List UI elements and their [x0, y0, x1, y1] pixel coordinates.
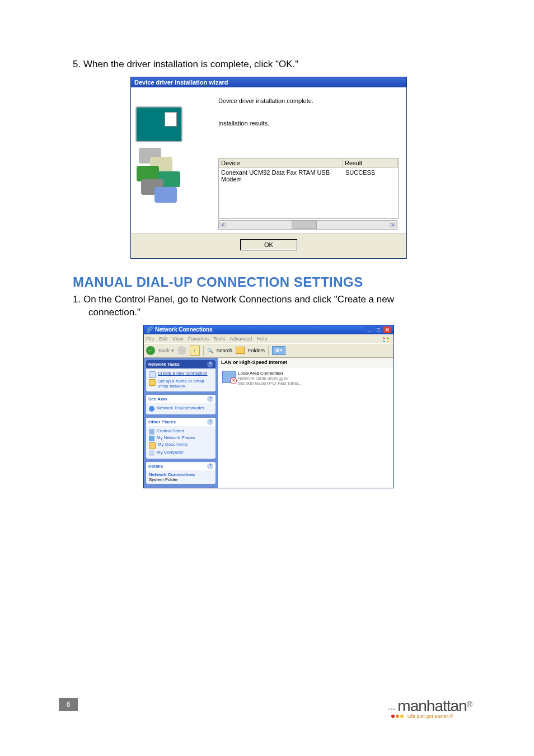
new-connection-icon: [149, 371, 156, 378]
step-1: 1. On the Control Panel, go to Network C…: [73, 293, 465, 319]
folders-icon[interactable]: [236, 347, 245, 354]
scroll-left-icon[interactable]: <: [219, 222, 227, 228]
collapse-icon[interactable]: ˄: [207, 361, 213, 367]
search-label[interactable]: Search: [217, 348, 233, 353]
wizard-results-table: Device Result Conexant UCM92 Data Fax RT…: [218, 158, 399, 219]
computer-icon: [149, 450, 154, 456]
minimize-button[interactable]: _: [366, 326, 373, 333]
lac-title: Local Area Connection: [238, 371, 302, 376]
documents-icon: [149, 442, 156, 449]
close-button[interactable]: ✕: [383, 326, 391, 333]
menu-view[interactable]: View: [172, 336, 183, 342]
wizard-message-results: Installation results.: [218, 120, 397, 127]
see-also-panel: See Also ˄ Network Troubleshooter: [146, 395, 216, 414]
step-1-text-b: connection.": [88, 306, 465, 319]
details-header: Details: [148, 464, 163, 469]
step-5-text: When the driver installation is complete…: [83, 59, 298, 69]
menu-file[interactable]: File: [146, 336, 154, 342]
brand-logo: ••• manhattan® Life just got easier.®: [388, 697, 472, 718]
menu-edit[interactable]: Edit: [159, 336, 168, 342]
ok-button[interactable]: OK: [240, 239, 297, 250]
content-header: LAN or High-Speed Internet: [218, 358, 394, 367]
column-header-device: Device: [219, 158, 343, 167]
folders-label[interactable]: Folders: [248, 348, 265, 353]
lac-status: Network cable unplugged: [238, 376, 302, 381]
details-subtitle: System Folder: [149, 477, 213, 482]
brand-name: manhattan: [397, 697, 466, 715]
wizard-message-complete: Device driver installation complete.: [218, 97, 397, 104]
network-troubleshooter-link[interactable]: Network Troubleshooter: [149, 406, 213, 412]
control-panel-link[interactable]: Control Panel: [149, 429, 213, 435]
other-places-panel: Other Places ˄ Control Panel My Network …: [146, 418, 216, 459]
forward-button[interactable]: →: [177, 346, 186, 355]
create-new-connection-link[interactable]: Create a new connection: [149, 371, 213, 378]
driver-wizard-window: Device driver installation wizard Device…: [130, 77, 407, 259]
collapse-icon[interactable]: ˄: [207, 463, 213, 469]
menu-advanced[interactable]: Advanced: [229, 336, 252, 342]
wizard-sidebar-graphic: [131, 87, 215, 233]
maximize-button[interactable]: □: [374, 326, 382, 333]
monitor-icon: [135, 106, 182, 142]
lac-adapter: SiS 900-Based PCI Fast Ether...: [238, 381, 302, 386]
control-panel-icon: [149, 429, 154, 435]
views-button[interactable]: ▦▾: [272, 346, 285, 355]
menu-help[interactable]: Help: [257, 336, 268, 342]
step-1-text-a: On the Control Panel, go to Network Conn…: [83, 294, 394, 305]
network-connections-window: 🔗 Network Connections _ □ ✕ File Edit Vi…: [143, 325, 394, 488]
brand-tagline: Life just got easier.®: [407, 713, 453, 719]
network-tasks-header: Network Tasks: [148, 362, 180, 367]
result-status: SUCCESS: [345, 169, 396, 183]
back-button-icon[interactable]: ←: [146, 346, 155, 355]
xp-titlebar: 🔗 Network Connections _ □ ✕: [144, 325, 394, 334]
step-1-number: 1.: [73, 294, 81, 305]
table-row: Conexant UCM92 Data Fax RTAM USB Modem S…: [219, 168, 398, 184]
my-network-places-link[interactable]: My Network Places: [149, 436, 213, 441]
my-computer-link[interactable]: My Computer: [149, 450, 213, 456]
hardware-stack-icon: [135, 144, 197, 206]
column-header-result: Result: [343, 158, 398, 167]
menu-tools[interactable]: Tools: [213, 336, 225, 342]
toolbar: ← Back ▾ → ↑ 🔍 Search Folders ▦▾: [144, 343, 394, 358]
step-5-number: 5.: [73, 59, 81, 69]
search-icon[interactable]: 🔍: [207, 348, 213, 353]
section-heading: MANUAL DIAL-UP CONNECTION SETTINGS: [73, 274, 465, 290]
setup-network-icon: [149, 379, 156, 386]
step-5: 5. When the driver installation is compl…: [73, 58, 465, 71]
menu-favorites[interactable]: Favorites: [188, 336, 209, 342]
page-number-badge: 6: [59, 698, 78, 711]
up-button[interactable]: ↑: [190, 346, 200, 356]
collapse-icon[interactable]: ˄: [207, 419, 213, 425]
network-tasks-panel: Network Tasks ˄ Create a new connection …: [146, 360, 216, 392]
collapse-icon[interactable]: ˄: [207, 396, 213, 402]
lan-disconnected-icon: [222, 371, 236, 383]
content-area: LAN or High-Speed Internet Local Area Co…: [218, 358, 394, 488]
scroll-right-icon[interactable]: >: [388, 222, 397, 228]
details-panel: Details ˄ Network Connections System Fol…: [146, 462, 216, 484]
see-also-header: See Also: [148, 396, 167, 402]
tasks-sidebar: Network Tasks ˄ Create a new connection …: [144, 358, 218, 488]
result-device: Conexant UCM92 Data Fax RTAM USB Modem: [221, 169, 345, 183]
scroll-thumb[interactable]: [292, 221, 317, 229]
network-places-icon: [149, 436, 154, 441]
my-documents-link[interactable]: My Documents: [149, 442, 213, 449]
back-label[interactable]: Back ▾: [158, 348, 174, 353]
local-area-connection-item[interactable]: Local Area Connection Network cable unpl…: [218, 367, 394, 389]
wizard-titlebar: Device driver installation wizard: [131, 77, 406, 87]
setup-network-link[interactable]: Set up a home or small office network: [149, 379, 213, 389]
menu-bar: File Edit View Favorites Tools Advanced …: [144, 334, 394, 343]
windows-logo-icon: [383, 335, 391, 342]
horizontal-scrollbar[interactable]: < >: [218, 220, 397, 230]
details-title: Network Connections: [149, 472, 213, 477]
window-title: Network Connections: [155, 326, 213, 333]
info-icon: [149, 406, 154, 412]
other-places-header: Other Places: [148, 419, 176, 424]
window-icon: 🔗: [146, 326, 153, 333]
